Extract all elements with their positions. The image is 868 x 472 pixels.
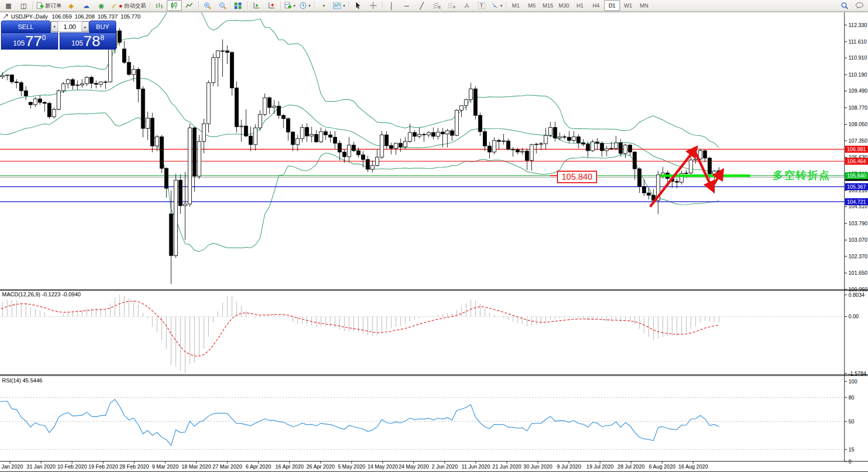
candle-bull [155,137,159,146]
candle-bull [572,137,575,140]
community-button[interactable]: ☁ [79,0,94,11]
candlestick-chart-button[interactable] [167,0,182,11]
turning-point-annotation[interactable]: 多空转折点 [773,168,830,182]
candle-bull [539,144,543,144]
low-value: 105.737 [98,14,118,20]
chart-shift-button[interactable] [264,0,279,11]
search-button[interactable] [837,0,852,11]
price-line-badge-text: 105.840 [847,173,866,179]
crosshair-icon [370,2,377,9]
candle-bull [216,51,220,58]
candle-bull [558,137,561,138]
candles [0,28,721,284]
candle-bear [647,193,651,195]
timeframe-mn[interactable]: MN [636,0,652,11]
text-button[interactable]: A [459,0,474,11]
auto-scroll-button[interactable] [249,0,264,11]
signals-button[interactable]: ◉ [94,0,109,11]
candle-bear [118,31,121,43]
templates-button[interactable]: ▾ [316,0,331,11]
candle-bull [132,70,135,75]
candle-bear [478,115,482,131]
price-line-badge-text: 105.367 [847,184,866,190]
algo-trading-button[interactable]: 🜚● 自动交易 [109,0,148,11]
horizontal-line-button[interactable]: ─ [399,0,414,11]
channels-button[interactable]: F [444,0,459,11]
shapes-button[interactable]: ▾ [489,0,504,11]
rsi-label: RSI(14) 45.5446 [2,377,43,383]
buy-price-button[interactable]: 105 78 8 [60,33,117,50]
candle-bear [193,128,196,177]
candle-bear [596,142,599,143]
date-tick-label: 16 Aug 2020 [679,463,708,469]
periods-dropdown-caret: ▾ [309,4,311,8]
candle-bear [563,137,566,137]
cursor-button[interactable] [351,0,366,11]
sell-button[interactable]: SELL [1,21,51,33]
tile-windows-button[interactable] [230,0,245,11]
buy-button[interactable]: BUY [89,21,116,33]
vertical-line-button[interactable]: │ [384,0,399,11]
timeframe-h4[interactable]: H4 [588,0,604,11]
candle-bull [404,141,407,147]
indicator-window-button[interactable]: ▾ [331,0,347,11]
timeframe-m1[interactable]: M1 [508,0,524,11]
line-chart-button[interactable] [182,0,197,11]
crosshair-button[interactable] [366,0,381,11]
timeframe-m5[interactable]: M5 [524,0,540,11]
autotrade-label: 自动交易 [124,2,146,10]
candle-bull [211,58,215,83]
candle-bear [577,137,581,143]
timeframe-m30[interactable]: M30 [556,0,572,11]
chart-canvas[interactable]: 112.330111.610110.910110.190109.490108.7… [0,12,868,472]
market-button[interactable]: ◆ [64,0,79,11]
candle-bull [427,133,430,135]
candle-bear [244,126,248,136]
clock-icon [300,2,307,9]
main-toolbar: ▦ ◫ 新订单 ◆ ☁ ◉ 🜚● 自动交易 ▾ ▾ [0,0,868,12]
tile-windows-icon [234,3,241,9]
zoom-out-button[interactable] [215,0,230,11]
candle-bear [441,132,444,134]
date-tick-label: 26 Apr 2020 [307,463,335,469]
autotrade-icon: 🜚 [111,3,117,9]
volume-up-button[interactable]: ▲ [82,22,89,32]
new-chart-button[interactable]: ▦ [1,0,16,11]
periods-button[interactable]: ▾ [298,0,313,11]
chat-button[interactable] [852,0,867,11]
new-order-button[interactable]: 新订单 [35,0,64,11]
candle-bull [62,84,65,91]
candle-bear [483,132,487,146]
fibonacci-button[interactable]: E [429,0,444,11]
indicators-button[interactable]: ▾ [282,0,298,11]
volume-input[interactable] [58,22,82,32]
candle-bear [329,135,332,137]
date-tick-label: 31 Jan 2020 [27,463,56,469]
candle-bear [432,133,435,136]
candle-bull [104,82,107,83]
bar-chart-button[interactable] [152,0,167,11]
label-button[interactable]: T [474,0,489,11]
timeframe-d1[interactable]: D1 [604,0,620,11]
candle-bear [324,132,328,135]
candle-bull [310,135,314,136]
candle-bull [371,166,374,169]
candle-bull [221,51,224,52]
candle-bear [141,89,145,129]
candle-bear [357,151,360,155]
bar-chart-icon [156,3,163,9]
price-tick-label: 110.190 [848,72,867,78]
svg-text:E: E [438,5,441,9]
timeframe-m15[interactable]: M15 [540,0,556,11]
timeframe-w1[interactable]: W1 [620,0,636,11]
candle-bull [376,157,379,166]
price-level-callout[interactable]: 105.840 [557,171,597,183]
zoom-in-button[interactable] [200,0,215,11]
sell-price-button[interactable]: 105 77 0 [1,33,58,50]
candle-bear [48,103,51,117]
trendline-button[interactable]: ╱ [414,0,429,11]
volume-down-button[interactable]: ▼ [51,22,58,32]
chart-profiles-button[interactable]: ◫ [16,0,31,11]
timeframe-h1[interactable]: H1 [572,0,588,11]
buy-price-pips: 78 [84,34,100,49]
